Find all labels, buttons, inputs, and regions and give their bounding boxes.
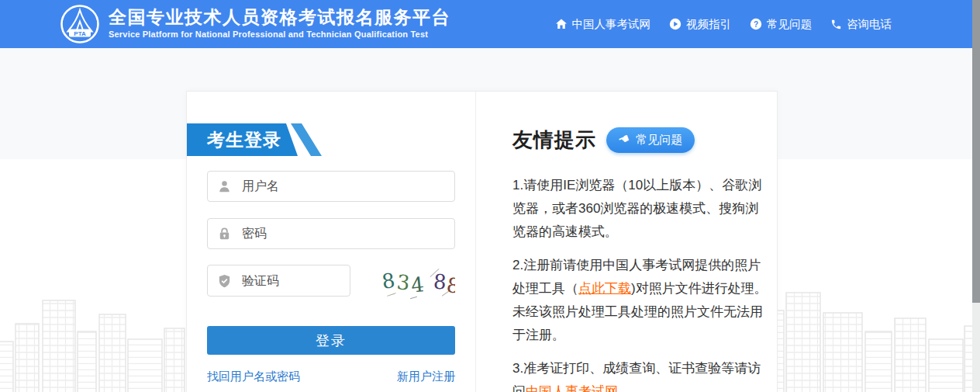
captcha-digit: 4 xyxy=(410,274,425,296)
username-field xyxy=(207,171,455,202)
nav-label: 中国人事考试网 xyxy=(572,17,651,32)
password-input[interactable] xyxy=(207,218,455,249)
register-link[interactable]: 新用户注册 xyxy=(397,369,455,384)
faq-badge-button[interactable]: ☚ 常见问题 xyxy=(606,127,695,153)
header: PTA 全国专业技术人员资格考试报名服务平台 Service Platform … xyxy=(0,0,972,48)
page-scrollbar[interactable] xyxy=(972,0,980,392)
login-title-ribbon: 考生登录 xyxy=(187,123,323,156)
play-icon xyxy=(669,18,682,30)
forgot-credentials-link[interactable]: 找回用户名或密码 xyxy=(207,369,300,384)
site-subtitle: Service Platform for National Profession… xyxy=(109,29,450,39)
brand: 全国专业技术人员资格考试报名服务平台 Service Platform for … xyxy=(109,6,450,39)
phone-icon xyxy=(830,19,842,30)
captcha-noise xyxy=(387,293,396,297)
login-panel: 考生登录 xyxy=(187,92,476,392)
tips-header: 友情提示 ☚ 常见问题 xyxy=(512,127,768,154)
home-icon xyxy=(555,18,568,30)
captcha-image[interactable]: 83488 xyxy=(379,263,455,302)
tips-title: 友情提示 xyxy=(512,127,596,154)
tip-item: 3.准考证打印、成绩查询、证书查验等请访问中国人事考试网。 xyxy=(512,357,768,392)
download-link[interactable]: 点此下载 xyxy=(578,281,631,296)
pointing-hand-icon: ☚ xyxy=(616,130,632,148)
faq-badge-label: 常见问题 xyxy=(636,133,682,147)
nav-phone[interactable]: 咨询电话 xyxy=(830,17,892,32)
top-nav: 中国人事考试网 视频指引 ? 常见问题 咨询电话 xyxy=(555,0,892,48)
captcha-field xyxy=(207,265,350,297)
nav-label: 咨询电话 xyxy=(847,17,892,32)
captcha-digit: 8 xyxy=(381,270,396,292)
tips-panel: 友情提示 ☚ 常见问题 1.请使用IE浏览器（10以上版本）、谷歌浏览器，或者3… xyxy=(476,92,777,392)
tip-text: 。 xyxy=(618,384,631,392)
captcha-digit: 8 xyxy=(433,271,447,292)
login-button[interactable]: 登录 xyxy=(207,326,455,355)
nav-label: 视频指引 xyxy=(686,17,731,32)
shield-check-icon xyxy=(217,273,232,288)
captcha-digit: 3 xyxy=(395,272,410,293)
scrollbar-thumb[interactable] xyxy=(972,0,980,303)
nav-label: 常见问题 xyxy=(767,17,812,32)
tips-list: 1.请使用IE浏览器（10以上版本）、谷歌浏览器，或者360浏览器的极速模式、搜… xyxy=(512,174,768,392)
username-input[interactable] xyxy=(207,171,455,202)
nav-video-guide[interactable]: 视频指引 xyxy=(669,17,731,32)
nav-faq[interactable]: ? 常见问题 xyxy=(750,17,812,32)
password-field xyxy=(207,218,455,249)
form-links: 找回用户名或密码 新用户注册 xyxy=(207,369,455,384)
tip-item: 2.注册前请使用中国人事考试网提供的照片处理工具（点此下载)对照片文件进行处理。… xyxy=(512,254,768,347)
cpta-site-link[interactable]: 中国人事考试网 xyxy=(526,384,618,392)
page: PTA 全国专业技术人员资格考试报名服务平台 Service Platform … xyxy=(0,0,980,392)
site-title: 全国专业技术人员资格考试报名服务平台 xyxy=(109,6,450,28)
login-title: 考生登录 xyxy=(207,123,281,156)
user-icon xyxy=(217,179,232,194)
pta-logo: PTA xyxy=(59,3,101,45)
nav-cpta-site[interactable]: 中国人事考试网 xyxy=(555,17,651,32)
tip-item: 1.请使用IE浏览器（10以上版本）、谷歌浏览器，或者360浏览器的极速模式、搜… xyxy=(512,174,768,244)
lock-icon xyxy=(217,227,232,241)
main-card: 考生登录 xyxy=(186,91,778,392)
captcha-digit: 8 xyxy=(446,275,455,297)
svg-text:PTA: PTA xyxy=(74,30,86,37)
tip-text: 1.请使用IE浏览器（10以上版本）、谷歌浏览器，或者360浏览器的极速模式、搜… xyxy=(512,178,761,239)
question-icon: ? xyxy=(750,18,762,30)
svg-text:?: ? xyxy=(754,20,758,29)
